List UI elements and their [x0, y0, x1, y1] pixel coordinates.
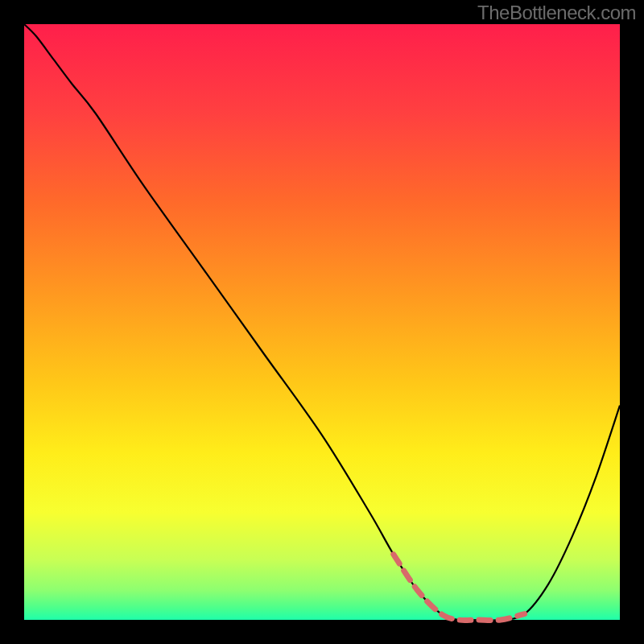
watermark-text: TheBottleneck.com — [477, 2, 636, 24]
plot-background — [24, 24, 620, 620]
chart-container: { "watermark": "TheBottleneck.com", "cha… — [0, 0, 644, 644]
bottleneck-chart — [0, 0, 644, 644]
